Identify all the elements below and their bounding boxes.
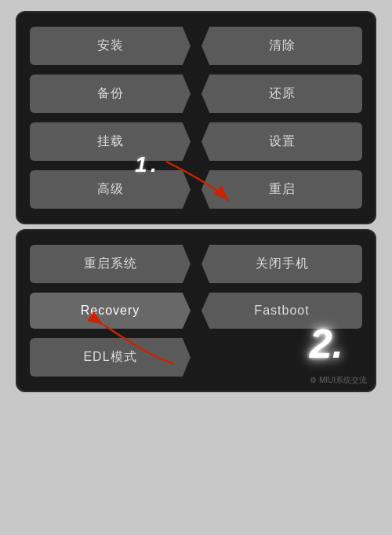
reboot-system-button[interactable]: 重启系统 — [30, 245, 191, 283]
clear-button[interactable]: 清除 — [201, 27, 362, 65]
button-grid-1: 安装 清除 备份 还原 挂载 设置 高级 重启 — [30, 27, 362, 209]
power-off-button[interactable]: 关闭手机 — [201, 245, 362, 283]
restore-button[interactable]: 还原 — [201, 75, 362, 113]
watermark: ⚙ MIUI系统交流 — [310, 375, 367, 386]
edl-mode-button[interactable]: EDL模式 — [30, 338, 191, 377]
button-grid-2: 重启系统 关闭手机 Recovery Fastboot EDL模式 — [30, 245, 362, 377]
settings-button[interactable]: 设置 — [201, 122, 362, 161]
mount-button[interactable]: 挂载 — [30, 122, 191, 161]
recovery-button[interactable]: Recovery — [30, 293, 191, 329]
advanced-button[interactable]: 高级 — [30, 170, 191, 209]
fastboot-button[interactable]: Fastboot — [201, 293, 362, 329]
install-button[interactable]: 安装 — [30, 27, 191, 65]
panel-2: 重启系统 关闭手机 Recovery Fastboot EDL模式 2 . ⚙ … — [16, 229, 376, 392]
panel-1: 安装 清除 备份 还原 挂载 设置 高级 重启 1 . — [16, 11, 376, 224]
backup-button[interactable]: 备份 — [30, 75, 191, 113]
reboot-button[interactable]: 重启 — [201, 170, 362, 209]
